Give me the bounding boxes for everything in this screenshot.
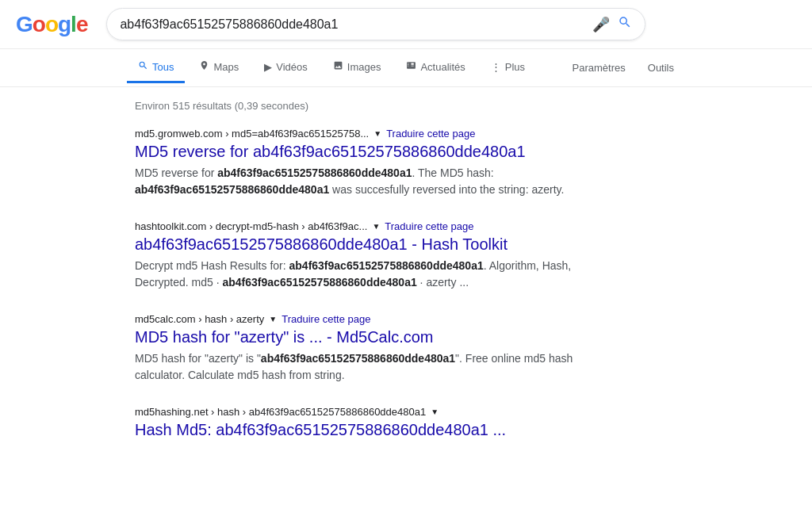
plus-tab-icon: ⋮ [491, 61, 501, 73]
search-input[interactable] [120, 17, 584, 32]
logo-letter-e: e [76, 12, 88, 36]
logo-letter-l: l [71, 12, 76, 36]
dropdown-arrow-icon[interactable]: ▼ [372, 222, 380, 231]
tab-tous[interactable]: Tous [127, 52, 185, 83]
result-url: hashtoolkit.com › decrypt-md5-hash › ab4… [135, 220, 367, 232]
result-url-line: hashtoolkit.com › decrypt-md5-hash › ab4… [135, 220, 611, 232]
tab-tous-label: Tous [152, 61, 174, 73]
result-title[interactable]: ab4f63f9ac65152575886860dde480a1 - Hash … [135, 234, 611, 254]
tab-plus[interactable]: ⋮ Plus [480, 53, 536, 83]
dropdown-arrow-icon[interactable]: ▼ [373, 129, 381, 138]
tab-outils-label: Outils [648, 62, 674, 74]
google-logo[interactable]: Google [16, 12, 87, 37]
result-snippet: MD5 reverse for ab4f63f9ac65152575886860… [135, 165, 611, 198]
tab-outils[interactable]: Outils [637, 54, 685, 82]
tab-parametres[interactable]: Paramètres [561, 54, 637, 82]
logo-letter-o2: o [45, 12, 58, 36]
actualites-tab-icon [406, 60, 416, 73]
logo-letter-g: g [58, 12, 71, 36]
result-url: md5.gromweb.com › md5=ab4f63f9ac65152575… [135, 128, 369, 140]
result-translate-link[interactable]: Traduire cette page [282, 313, 370, 325]
dropdown-arrow-icon[interactable]: ▼ [431, 407, 439, 416]
search-bar: 🎤 [106, 8, 645, 40]
results-count: Environ 515 résultats (0,39 secondes) [135, 97, 714, 112]
images-tab-icon [333, 60, 343, 73]
logo-letter-o1: o [33, 12, 45, 36]
dropdown-arrow-icon[interactable]: ▼ [269, 315, 277, 323]
tab-maps-label: Maps [213, 61, 239, 73]
tab-images-label: Images [347, 61, 381, 73]
result-item: md5.gromweb.com › md5=ab4f63f9ac65152575… [135, 128, 611, 198]
result-snippet: Decrypt md5 Hash Results for: ab4f63f9ac… [135, 258, 611, 291]
result-url: md5calc.com › hash › azerty [135, 313, 264, 325]
result-translate-link[interactable]: Traduire cette page [385, 220, 473, 232]
tab-actualites-label: Actualités [420, 61, 465, 73]
tab-parametres-label: Paramètres [573, 62, 626, 74]
result-url-line: md5.gromweb.com › md5=ab4f63f9ac65152575… [135, 128, 611, 140]
tab-videos[interactable]: ▶ Vidéos [253, 53, 319, 83]
tab-maps[interactable]: Maps [188, 52, 250, 83]
tab-images[interactable]: Images [322, 52, 393, 83]
result-item: md5hashing.net › hash › ab4f63f9ac651525… [135, 406, 611, 440]
result-title[interactable]: Hash Md5: ab4f63f9ac65152575886860dde480… [135, 419, 611, 440]
tab-videos-label: Vidéos [276, 61, 308, 73]
result-url: md5hashing.net › hash › ab4f63f9ac651525… [135, 406, 426, 418]
nav-tabs: Tous Maps ▶ Vidéos Images Actualités ⋮ P… [0, 49, 812, 87]
result-title[interactable]: MD5 reverse for ab4f63f9ac65152575886860… [135, 141, 611, 162]
result-item: md5calc.com › hash › azerty ▼ Traduire c… [135, 313, 611, 384]
maps-tab-icon [199, 60, 209, 73]
result-url-line: md5hashing.net › hash › ab4f63f9ac651525… [135, 406, 611, 418]
nav-right: Paramètres Outils [561, 54, 685, 82]
videos-tab-icon: ▶ [264, 61, 272, 73]
result-url-line: md5calc.com › hash › azerty ▼ Traduire c… [135, 313, 611, 325]
logo-letter-G: G [16, 12, 33, 36]
microphone-icon[interactable]: 🎤 [592, 16, 610, 33]
search-icon[interactable] [618, 15, 632, 33]
search-tab-icon [138, 60, 148, 73]
result-title[interactable]: MD5 hash for "azerty" is ... - Md5Calc.c… [135, 327, 611, 347]
header: Google 🎤 [0, 0, 812, 49]
tab-actualites[interactable]: Actualités [395, 52, 476, 83]
tab-plus-label: Plus [505, 61, 525, 73]
results-container: Environ 515 résultats (0,39 secondes) md… [0, 87, 714, 453]
result-translate-link[interactable]: Traduire cette page [386, 128, 475, 140]
result-snippet: MD5 hash for "azerty" is "ab4f63f9ac6515… [135, 350, 611, 384]
result-item: hashtoolkit.com › decrypt-md5-hash › ab4… [135, 220, 611, 291]
